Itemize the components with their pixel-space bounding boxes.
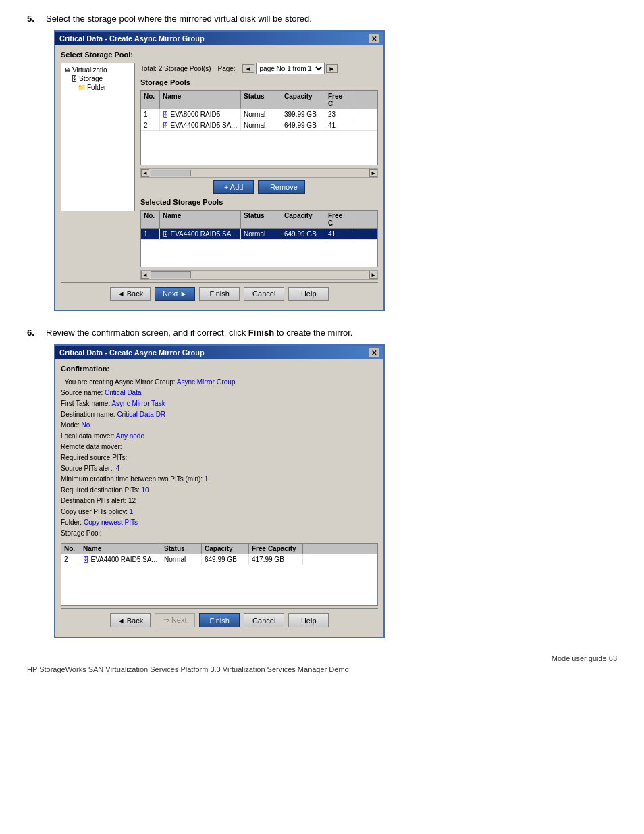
finish-button-2[interactable]: Finish — [199, 613, 240, 627]
dialog2-body: Confirmation: You are creating Async Mir… — [55, 359, 383, 637]
tree-item-storage[interactable]: 🗄 Storage — [71, 75, 132, 82]
source-name-link[interactable]: Critical Data — [105, 389, 141, 396]
page-nav: ◄ page No.1 from 1 ► — [242, 63, 338, 74]
selected-pools-label: Selected Storage Pools — [140, 198, 378, 206]
row1-status: Normal — [241, 109, 281, 120]
conf-row1-status: Normal — [161, 554, 202, 565]
tree-label-folder: Folder — [87, 84, 106, 91]
mode-link[interactable]: No — [82, 421, 90, 429]
conf-table: No. Name Status Capacity Free Capacity 2… — [61, 543, 378, 606]
step5-container: 5. Select the storage pool where the mir… — [27, 14, 617, 311]
destination-link[interactable]: Critical Data DR — [117, 411, 165, 418]
sel-scroll-right[interactable]: ► — [369, 271, 377, 279]
step5-number: 5. — [27, 14, 41, 24]
req-dest-link[interactable]: 10 — [142, 486, 149, 494]
footer-page: Mode user guide 63 — [552, 654, 617, 673]
conf-line-4: Destination name: Critical Data DR — [61, 409, 378, 420]
next-button-1[interactable]: Next ► — [155, 287, 195, 301]
scroll-thumb[interactable] — [151, 170, 191, 176]
conf-th-name: Name — [80, 544, 161, 554]
conf-th-free: Free Capacity — [249, 544, 303, 554]
dialog1-title: Critical Data - Create Async Mirror Grou… — [59, 34, 205, 43]
step6-bold: Finish — [248, 328, 274, 338]
conf-row1-name: 🗄 EVA4400 RAID5 SATA — [80, 554, 161, 565]
sel-scroll-left[interactable]: ◄ — [141, 271, 149, 279]
row2-free: 41 — [325, 120, 352, 130]
total-pools-label: Total: 2 Storage Pool(s) — [140, 65, 211, 72]
step5-description: Select the storage pool where the mirror… — [46, 14, 312, 24]
finish-button-1[interactable]: Finish — [199, 287, 240, 301]
th-name: Name — [160, 91, 241, 109]
folder-link[interactable]: Copy newest PITs — [84, 519, 138, 526]
remove-button[interactable]: - Remove — [258, 180, 305, 194]
scroll-right-arrow[interactable]: ► — [369, 169, 377, 177]
conf-line-2: Source name: Critical Data — [61, 388, 378, 398]
first-task-link[interactable]: Async Mirror Task — [111, 400, 165, 407]
page-prev-button[interactable]: ◄ — [242, 64, 254, 73]
local-mover-link[interactable]: Any node — [116, 432, 144, 440]
selected-pools-header: No. Name Status Capacity Free C — [141, 211, 377, 229]
back-button-2[interactable]: ◄ Back — [110, 613, 151, 627]
storage-row-2[interactable]: 2 🗄 EVA4400 RAID5 SATA Normal 649.99 GB … — [141, 120, 377, 131]
cancel-button-2[interactable]: Cancel — [244, 613, 284, 627]
help-button-1[interactable]: Help — [288, 287, 329, 301]
tree-item-virtualization[interactable]: 🖥 Virtualizatio — [64, 66, 132, 74]
dialog2-close-button[interactable]: ✕ — [369, 348, 379, 357]
conf-line-6: Local data mover: Any node — [61, 431, 378, 442]
dialog2-title: Critical Data - Create Async Mirror Grou… — [59, 348, 205, 357]
help-button-2[interactable]: Help — [288, 613, 329, 627]
conf-line-15: Storage Pool: — [61, 528, 378, 539]
dialog2-titlebar: Critical Data - Create Async Mirror Grou… — [55, 346, 383, 359]
sel-row1-no: 1 — [141, 229, 160, 239]
sel-row1-capacity: 649.99 GB — [281, 229, 325, 239]
selected-table-scrollbar[interactable]: ◄ ► — [140, 270, 378, 280]
row2-no: 2 — [141, 120, 160, 130]
storage-row-1[interactable]: 1 🗄 EVA8000 RAID5 Normal 399.99 GB 23 — [141, 109, 377, 120]
storage-pools-table: No. Name Status Capacity Free C 1 🗄 EVA8… — [140, 90, 378, 165]
page-next-button[interactable]: ► — [326, 64, 338, 73]
row2-status: Normal — [241, 120, 281, 130]
min-time-link[interactable]: 1 — [205, 475, 209, 483]
dialog1-close-button[interactable]: ✕ — [369, 34, 379, 43]
conf-row1-no: 2 — [61, 554, 80, 565]
back-button-1[interactable]: ◄ Back — [110, 287, 151, 301]
sel-th-status: Status — [241, 211, 281, 228]
sel-row1-status: Normal — [241, 229, 281, 239]
storage-pools-label: Storage Pools — [140, 78, 378, 86]
conf-line-10: Minimum creation time between two PITs (… — [61, 474, 378, 485]
step6-description: Review the confirmation screen, and if c… — [46, 328, 352, 338]
conf-line-11: Required destination PITs: 10 — [61, 485, 378, 496]
copy-policy-link[interactable]: 1 — [130, 508, 134, 515]
th-status: Status — [241, 91, 281, 109]
tree-item-folder[interactable]: 📁 Folder — [78, 84, 132, 91]
sel-row1-free: 41 — [325, 229, 352, 239]
source-pits-link[interactable]: 4 — [116, 465, 120, 472]
sel-scroll-thumb[interactable] — [151, 271, 191, 278]
conf-th-status: Status — [161, 544, 202, 554]
tree-label-storage: Storage — [79, 75, 103, 82]
async-mirror-group-link[interactable]: Async Mirror Group — [177, 378, 236, 386]
conf-table-empty — [61, 565, 377, 605]
page-select[interactable]: page No.1 from 1 — [256, 63, 325, 74]
main-content-area: Total: 2 Storage Pool(s) Page: ◄ page No… — [140, 63, 378, 280]
th-no: No. — [141, 91, 160, 109]
footer-text: HP StorageWorks SAN Virtualization Servi… — [27, 665, 349, 673]
confirmation-text: You are creating Async Mirror Group: Asy… — [61, 377, 378, 539]
step6-container: 6. Review the confirmation screen, and i… — [27, 328, 617, 638]
conf-row1-free: 417.99 GB — [249, 554, 303, 565]
storage-table-scrollbar[interactable]: ◄ ► — [140, 168, 378, 178]
conf-th-capacity: Capacity — [202, 544, 249, 554]
select-storage-pool-label: Select Storage Pool: — [61, 51, 378, 59]
storage-pools-header: No. Name Status Capacity Free C — [141, 91, 377, 109]
next-button-2: ⇒ Next — [155, 613, 195, 627]
tree-expand-icon: 🖥 — [64, 66, 71, 74]
conf-line-5: Mode: No — [61, 420, 378, 431]
selected-row-1[interactable]: 1 🗄 EVA4400 RAID5 SATA Normal 649.99 GB … — [141, 229, 377, 240]
add-button[interactable]: + Add — [213, 180, 254, 194]
scroll-left-arrow[interactable]: ◄ — [141, 169, 149, 177]
dialog2: Critical Data - Create Async Mirror Grou… — [54, 344, 385, 638]
dialog1-body: Select Storage Pool: 🖥 Virtualizatio 🗄 S… — [55, 45, 383, 310]
cancel-button-1[interactable]: Cancel — [244, 287, 284, 301]
conf-row-1[interactable]: 2 🗄 EVA4400 RAID5 SATA Normal 649.99 GB … — [61, 554, 377, 565]
tree-folder-icon: 📁 — [78, 84, 86, 91]
